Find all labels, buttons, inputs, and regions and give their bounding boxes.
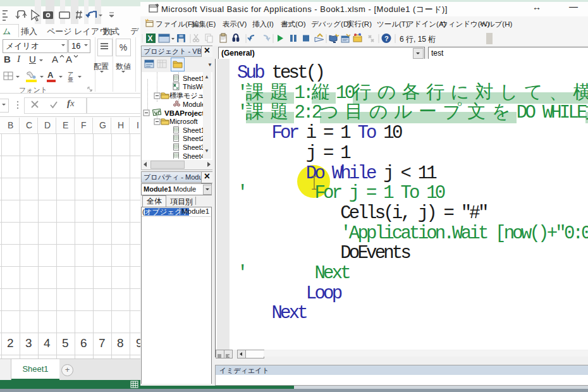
svg-text:Module: Module (183, 101, 203, 108)
svg-text:標準モジュ: 標準モジュ (169, 92, 203, 99)
svg-text:VBAProject: VBAProject (164, 109, 203, 117)
svg-text:Microsoft: Microsoft (169, 118, 198, 125)
svg-text:Sheet3: Sheet3 (183, 144, 203, 151)
svg-text:A: A (47, 70, 54, 80)
svg-text:?: ? (384, 35, 389, 42)
svg-text:ThisWo: ThisWo (183, 83, 203, 90)
svg-text:X: X (148, 34, 153, 43)
svg-text:Sheet4: Sheet4 (183, 152, 203, 159)
svg-text:Sheet1: Sheet1 (183, 75, 203, 82)
svg-text:Sheet1: Sheet1 (183, 126, 203, 134)
svg-text:Sheet2: Sheet2 (183, 135, 203, 142)
svg-text:亜: 亜 (68, 77, 73, 83)
